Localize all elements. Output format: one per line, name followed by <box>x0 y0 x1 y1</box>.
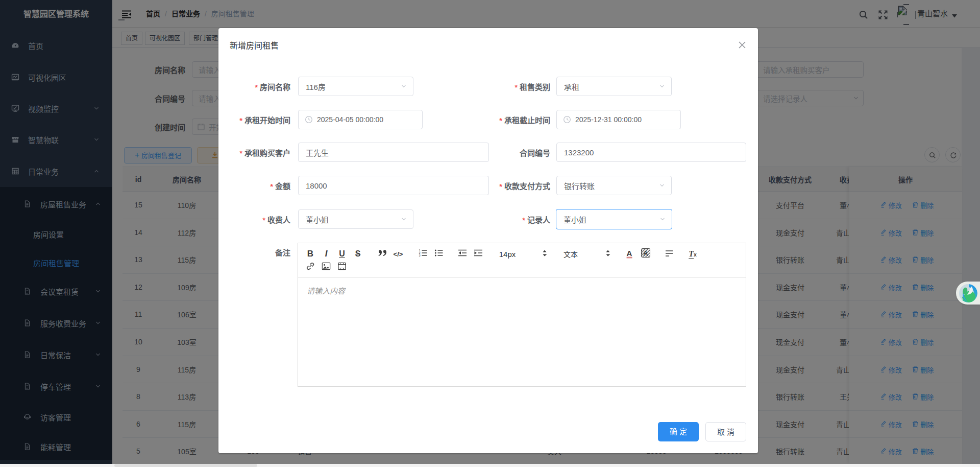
svg-text:3: 3 <box>419 254 421 257</box>
svg-text:A: A <box>643 249 648 257</box>
